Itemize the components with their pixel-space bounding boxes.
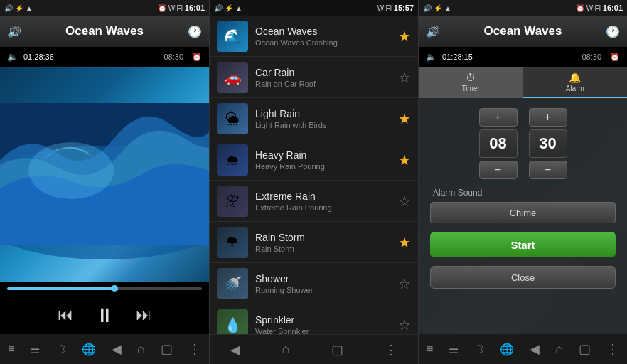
alarm-sound-label: Alarm Sound [433, 188, 482, 198]
progress-bar[interactable] [7, 287, 202, 290]
minute-value: 30 [529, 129, 567, 158]
item-sub-shower: Running Shower [255, 286, 391, 294]
star-extremerain[interactable]: ☆ [398, 193, 411, 210]
star-heavyrain[interactable]: ★ [398, 151, 411, 168]
recent-nav-button-1[interactable]: ▢ [161, 341, 173, 357]
clock-icon-3[interactable]: 🕐 [606, 25, 620, 38]
menu-nav-button-2[interactable]: ⋮ [385, 342, 397, 358]
hour-value: 08 [479, 129, 518, 158]
clock-icon[interactable]: 🕐 [188, 25, 202, 38]
item-text-rainstorm: Rain Storm Rain Storm [255, 232, 391, 253]
item-text-ocean: Ocean Waves Ocean Waves Crashing [255, 26, 391, 47]
back-nav-button-2[interactable]: ◀ [230, 342, 240, 358]
tab-alarm-label: Alarm [566, 85, 584, 92]
eq-nav-button-3[interactable]: ⚌ [449, 343, 459, 356]
progress-fill [7, 287, 114, 290]
alarm-sound-section: Alarm Sound Chime [430, 188, 616, 223]
star-ocean[interactable]: ★ [398, 28, 411, 45]
eq-nav-button[interactable]: ⚌ [30, 343, 40, 356]
progress-container[interactable] [0, 282, 209, 296]
item-sub-ocean: Ocean Waves Crashing [255, 38, 391, 47]
alarm-status-icon-3: ⏰ [576, 4, 584, 12]
moon-nav-button-3[interactable]: ☽ [474, 343, 484, 356]
home-nav-button-3[interactable]: ⌂ [555, 342, 563, 357]
close-button[interactable]: Close [430, 266, 616, 289]
back-nav-button-1[interactable]: ◀ [112, 341, 122, 357]
menu-nav-button-1[interactable]: ⋮ [188, 341, 201, 357]
signal-status-icon: ▲ [26, 4, 33, 12]
star-sprinkler[interactable]: ☆ [398, 316, 411, 333]
star-shower[interactable]: ☆ [398, 275, 411, 292]
item-sub-carrain: Rain on Car Roof [255, 80, 391, 88]
recent-nav-button-2[interactable]: ▢ [331, 342, 343, 358]
app-title-3: Ocean Waves [440, 24, 606, 38]
globe-nav-button[interactable]: 🌐 [82, 343, 96, 356]
list-item[interactable]: Light Rain Light Rain with Birds ★ [210, 98, 418, 139]
minute-minus-button[interactable]: − [529, 161, 567, 179]
prev-button[interactable]: ⏮ [58, 306, 73, 324]
wifi-status-icon-2: WiFi [377, 4, 392, 12]
alarm-icon-3[interactable]: ⏰ [610, 53, 620, 62]
alarm-icon-1[interactable]: ⏰ [192, 53, 202, 62]
list-item[interactable]: Car Rain Rain on Car Roof ☆ [210, 57, 418, 98]
status-left-icons: 🔊 ⚡ ▲ [4, 4, 33, 12]
list-nav-button-3[interactable]: ≡ [427, 343, 433, 355]
bt-status-icon-2: ⚡ [225, 4, 233, 12]
item-thumb-sprinkler [217, 309, 248, 335]
minute-plus-button[interactable]: + [529, 108, 567, 127]
item-title-carrain: Car Rain [255, 67, 391, 78]
time-pickers: + 08 − + 30 − [479, 108, 567, 179]
start-button[interactable]: Start [430, 232, 616, 257]
tab-timer[interactable]: ⏱ Timer [419, 67, 523, 98]
item-thumb-extremerain [217, 186, 248, 217]
item-sub-extremerain: Extreme Rain Pouring [255, 203, 391, 212]
moon-nav-button[interactable]: ☽ [56, 343, 66, 356]
hour-plus-button[interactable]: + [479, 108, 518, 127]
artwork-1 [0, 67, 209, 282]
list-item[interactable]: Rain Storm Rain Storm ★ [210, 222, 418, 263]
item-text-carrain: Car Rain Rain on Car Roof [255, 67, 391, 88]
star-lightrain[interactable]: ★ [398, 110, 411, 127]
home-nav-button-2[interactable]: ⌂ [282, 342, 289, 357]
item-thumb-rainstorm [217, 227, 248, 258]
wifi-status-icon: WiFi [168, 4, 183, 12]
item-title-extremerain: Extreme Rain [255, 191, 391, 202]
hour-picker: + 08 − [479, 108, 518, 179]
overlay-container: ⏱ Timer 🔔 Alarm + 08 − [419, 67, 627, 334]
time-total-3: 08:30 [582, 53, 601, 61]
status-time-3: 16:01 [603, 4, 623, 12]
item-sub-sprinkler: Water Sprinkler [255, 327, 391, 335]
home-nav-button-1[interactable]: ⌂ [137, 342, 145, 357]
status-bar-1: 🔊 ⚡ ▲ ⏰ WiFi 16:01 [0, 0, 209, 16]
volume-icon[interactable]: 🔊 [7, 25, 21, 38]
alarm-tab-icon: 🔔 [569, 72, 581, 83]
status-left-icons-3: 🔊 ⚡ ▲ [423, 4, 451, 12]
recent-nav-button-3[interactable]: ▢ [579, 341, 591, 357]
star-carrain[interactable]: ☆ [398, 69, 411, 86]
list-item[interactable]: Ocean Waves Ocean Waves Crashing ★ [210, 16, 418, 57]
list-item[interactable]: Sprinkler Water Sprinkler ☆ [210, 304, 418, 334]
list-item[interactable]: Heavy Rain Heavy Rain Pouring ★ [210, 139, 418, 181]
list-nav-button[interactable]: ≡ [8, 343, 14, 355]
signal-status-icon-3: ▲ [444, 4, 451, 12]
back-nav-button-3[interactable]: ◀ [530, 341, 540, 357]
item-title-heavyrain: Heavy Rain [255, 149, 391, 161]
play-pause-button[interactable]: ⏸ [95, 304, 114, 327]
menu-nav-button-3[interactable]: ⋮ [606, 341, 619, 357]
star-rainstorm[interactable]: ★ [398, 234, 411, 251]
timer-icon: ⏱ [466, 72, 476, 83]
bt-status-icon-3: ⚡ [434, 4, 442, 12]
next-button[interactable]: ⏭ [136, 306, 151, 324]
list-item[interactable]: Extreme Rain Extreme Rain Pouring ☆ [210, 181, 418, 222]
progress-thumb [111, 285, 118, 292]
volume-icon-3[interactable]: 🔊 [426, 25, 440, 38]
list-item[interactable]: Shower Running Shower ☆ [210, 263, 418, 304]
status-right-icons-2: WiFi 15:57 [377, 4, 414, 12]
app-header-3: 🔊 Ocean Waves 🕐 [419, 16, 627, 47]
globe-nav-button-3[interactable]: 🌐 [500, 343, 514, 356]
hour-minus-button[interactable]: − [479, 161, 518, 179]
tab-alarm[interactable]: 🔔 Alarm [523, 67, 628, 98]
alarm-sound-button[interactable]: Chime [430, 202, 616, 223]
item-sub-rainstorm: Rain Storm [255, 245, 391, 253]
svg-point-2 [28, 142, 114, 199]
